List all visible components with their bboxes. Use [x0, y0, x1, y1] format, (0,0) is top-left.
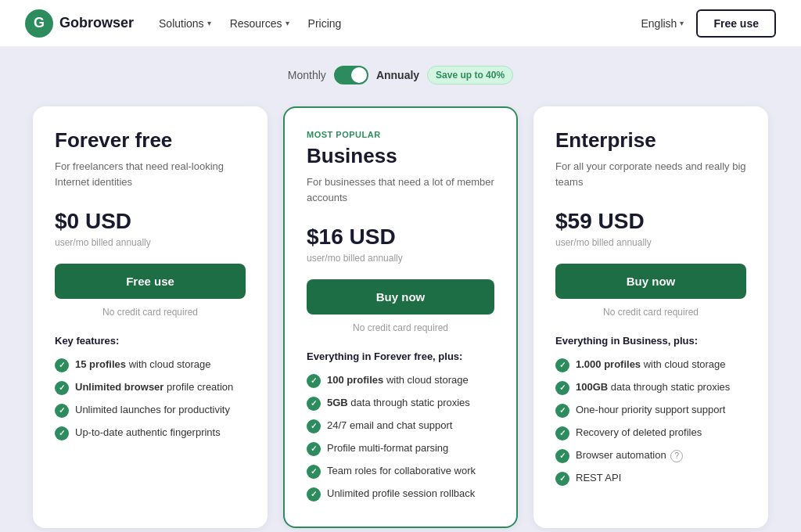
feature-item: Unlimited browser profile creation	[55, 380, 246, 395]
plan-price: $16 USD	[307, 225, 494, 250]
feature-item: REST API	[555, 471, 746, 486]
plan-business: MOST POPULAR Business For businesses tha…	[283, 106, 518, 528]
check-icon	[307, 465, 321, 479]
feature-item: 15 profiles with cloud storage	[55, 358, 246, 372]
feature-item: 5GB data through static proxies	[307, 396, 494, 411]
plan-description: For freelancers that need real-looking I…	[55, 159, 246, 193]
feature-list: 15 profiles with cloud storage Unlimited…	[55, 358, 246, 440]
most-popular-badge: MOST POPULAR	[307, 130, 494, 139]
feature-list: 1.000 profiles with cloud storage 100GB …	[555, 358, 746, 486]
check-icon	[307, 419, 321, 433]
save-badge: Save up to 40%	[427, 66, 513, 84]
chevron-down-icon: ▾	[286, 19, 289, 27]
nav-pricing[interactable]: Pricing	[308, 17, 342, 30]
no-credit-card-text: No credit card required	[55, 307, 246, 318]
feature-list: 100 profiles with cloud storage 5GB data…	[307, 373, 494, 501]
plan-description: For businesses that need a lot of member…	[307, 174, 494, 209]
check-icon	[55, 381, 69, 395]
feature-item: 1.000 profiles with cloud storage	[555, 358, 746, 372]
free-use-button[interactable]: Free use	[696, 9, 776, 38]
check-icon	[555, 472, 569, 486]
feature-item: One-hour priority support support	[555, 403, 746, 418]
check-icon	[307, 397, 321, 411]
feature-item: 100 profiles with cloud storage	[307, 373, 494, 388]
plan-title: Enterprise	[555, 128, 746, 153]
plan-forever-free: Forever free For freelancers that need r…	[33, 106, 268, 528]
feature-item: Up-to-date authentic fingerprints	[55, 426, 246, 440]
plan-cta-button[interactable]: Free use	[55, 264, 246, 299]
gobrowser-logo-icon: G	[25, 9, 53, 38]
check-icon	[555, 404, 569, 418]
svg-text:G: G	[34, 15, 45, 31]
check-icon	[55, 404, 69, 418]
plan-title: Business	[307, 144, 494, 168]
plan-price: $59 USD	[555, 209, 746, 234]
main-content: Monthly Annualy Save up to 40% Forever f…	[0, 47, 801, 532]
check-icon	[555, 449, 569, 463]
logo-text: Gobrowser	[59, 15, 134, 31]
check-icon	[307, 374, 321, 388]
feature-item: Browser automation ?	[555, 448, 746, 463]
nav-links: Solutions ▾ Resources ▾ Pricing	[159, 17, 641, 30]
billing-toggle[interactable]	[334, 66, 368, 84]
annually-label: Annualy	[376, 69, 419, 81]
billing-toggle-section: Monthly Annualy Save up to 40%	[31, 66, 770, 84]
chevron-down-icon: ▾	[680, 19, 684, 27]
check-icon	[555, 358, 569, 372]
no-credit-card-text: No credit card required	[307, 322, 494, 333]
feature-item: Recovery of deleted profiles	[555, 426, 746, 440]
feature-item: 100GB data through static proxies	[555, 380, 746, 395]
plan-billing: user/mo billed annually	[555, 237, 746, 248]
plan-enterprise: Enterprise For all your corporate needs …	[533, 106, 768, 528]
plan-cta-button[interactable]: Buy now	[555, 264, 746, 299]
check-icon	[307, 442, 321, 456]
nav-right: English ▾ Free use	[641, 9, 776, 38]
features-header: Everything in Forever free, plus:	[307, 350, 494, 362]
toggle-thumb	[351, 67, 367, 83]
features-header: Key features:	[55, 335, 246, 347]
help-icon[interactable]: ?	[670, 450, 683, 462]
check-icon	[55, 358, 69, 372]
pricing-cards: Forever free For freelancers that need r…	[31, 106, 770, 528]
plan-billing: user/mo billed annually	[55, 237, 246, 248]
check-icon	[555, 381, 569, 395]
feature-item: Unlimited launches for productivity	[55, 403, 246, 418]
check-icon	[307, 487, 321, 501]
feature-item: 24/7 email and chat support	[307, 419, 494, 433]
plan-billing: user/mo billed annually	[307, 253, 494, 264]
feature-item: Unlimited profile session rollback	[307, 487, 494, 501]
nav-solutions[interactable]: Solutions ▾	[159, 17, 211, 30]
features-header: Everything in Business, plus:	[555, 335, 746, 347]
plan-description: For all your corporate needs and really …	[555, 159, 746, 193]
no-credit-card-text: No credit card required	[555, 307, 746, 318]
monthly-label: Monthly	[288, 69, 326, 81]
language-selector[interactable]: English ▾	[641, 17, 684, 30]
check-icon	[55, 426, 69, 440]
nav-logo[interactable]: G Gobrowser	[25, 9, 134, 38]
chevron-down-icon: ▾	[207, 19, 211, 27]
plan-price: $0 USD	[55, 209, 246, 234]
plan-cta-button[interactable]: Buy now	[307, 279, 494, 315]
check-icon	[555, 426, 569, 440]
nav-resources[interactable]: Resources ▾	[230, 17, 289, 30]
feature-item: Team roles for collaborative work	[307, 464, 494, 479]
feature-item: Profile multi-format parsing	[307, 441, 494, 456]
plan-title: Forever free	[55, 128, 246, 153]
navbar: G Gobrowser Solutions ▾ Resources ▾ Pric…	[0, 0, 801, 47]
